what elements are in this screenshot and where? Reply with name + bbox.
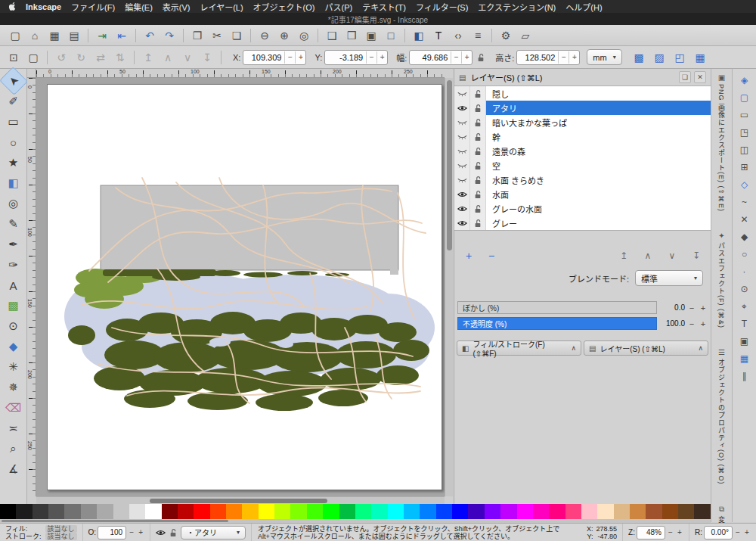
palette-swatch[interactable] xyxy=(630,504,646,519)
duplicate-button[interactable]: ❑ xyxy=(323,27,341,44)
snap-rotation-centers[interactable]: ⌖ xyxy=(736,298,753,314)
copy-button[interactable]: ❐ xyxy=(188,27,206,44)
rotation-decrement[interactable]: − xyxy=(734,528,742,536)
flip-vertical-button[interactable]: ⇅ xyxy=(111,49,129,66)
vertical-ruler[interactable]: 050100150200250 xyxy=(27,78,36,496)
x-input[interactable]: 109.309 − + xyxy=(243,50,306,65)
fill-stroke-dialog-button[interactable]: ◧ xyxy=(410,27,428,44)
xml-editor-button[interactable]: ‹› xyxy=(449,27,467,44)
dropper-tool[interactable]: ⊙ xyxy=(3,316,24,336)
blur-slider[interactable]: ぼかし (%) xyxy=(457,301,657,314)
lower-layer-button[interactable]: ∨ xyxy=(665,250,679,261)
x-decrement-button[interactable]: − xyxy=(284,51,295,64)
opacity-decrement-button[interactable]: − xyxy=(687,319,696,328)
opacity-increment-button[interactable]: + xyxy=(699,319,708,328)
palette-swatch[interactable] xyxy=(0,504,16,519)
palette-swatch[interactable] xyxy=(694,504,710,519)
palette-swatch[interactable] xyxy=(323,504,339,519)
palette-swatch[interactable] xyxy=(226,504,242,519)
docked-dialog-tab[interactable]: ▣PNG 画像にエクスポート(E) (⇧⌘E) xyxy=(717,73,727,212)
layer-lock-icon[interactable] xyxy=(470,115,486,129)
palette-swatch[interactable] xyxy=(178,504,194,519)
transform-stroke-toggle[interactable]: ◰ xyxy=(671,49,689,66)
menubar-item[interactable]: オブジェクト(O) xyxy=(253,1,315,13)
dock-float-button[interactable]: ❏ xyxy=(679,71,691,83)
snap-object-centers[interactable]: ⊙ xyxy=(736,281,753,297)
palette-swatch[interactable] xyxy=(581,504,597,519)
box3d-tool[interactable]: ◧ xyxy=(3,173,24,193)
fill-stroke-indicator[interactable]: フィル: 該当なし ストローク: 該当なし xyxy=(0,524,83,541)
palette-swatch[interactable] xyxy=(33,504,48,519)
open-document-button[interactable]: ⌂ xyxy=(26,27,44,44)
width-value[interactable]: 49.686 xyxy=(410,53,451,62)
palette-swatch[interactable] xyxy=(129,504,145,519)
layer-row[interactable]: 隠し xyxy=(454,86,711,101)
fill-value[interactable]: 該当なし xyxy=(45,525,77,533)
opacity-slider[interactable]: 不透明度 (%) xyxy=(457,317,657,330)
gradient-tool[interactable]: ▩ xyxy=(3,296,24,316)
height-value[interactable]: 128.502 xyxy=(517,53,558,62)
layer-lock-icon[interactable] xyxy=(470,101,486,115)
layer-hidden-eye-icon[interactable] xyxy=(454,115,470,129)
layer-visible-eye-icon[interactable] xyxy=(454,101,470,115)
zoom-decrement[interactable]: − xyxy=(667,528,674,536)
tweak-tool[interactable]: ✳ xyxy=(3,357,24,377)
width-decrement-button[interactable]: − xyxy=(451,51,461,64)
horizontal-scrollbar[interactable] xyxy=(36,496,445,504)
document-properties-button[interactable]: ▱ xyxy=(516,27,534,44)
palette-swatch[interactable] xyxy=(614,504,630,519)
lock-width-height-ratio-icon[interactable] xyxy=(475,53,487,62)
palette-swatch[interactable] xyxy=(662,504,678,519)
layer-lock-icon[interactable] xyxy=(470,201,486,216)
layer-row[interactable]: 幹 xyxy=(454,129,711,144)
stroke-value[interactable]: 該当なし xyxy=(45,533,77,540)
zoom-page-button[interactable]: ◎ xyxy=(295,27,313,44)
rectangle-tool[interactable]: ▭ xyxy=(3,112,24,132)
blend-mode-dropdown[interactable]: 標準 ▾ xyxy=(635,270,703,286)
object-opacity-increment[interactable]: + xyxy=(137,528,144,536)
layer-hidden-eye-icon[interactable] xyxy=(454,158,470,173)
palette-swatch[interactable] xyxy=(388,504,404,519)
select-touch-button[interactable]: ▢ xyxy=(24,49,42,66)
menubar-item[interactable]: 編集(E) xyxy=(125,1,153,13)
layer-row[interactable]: 暗い大まかな葉っぱ xyxy=(454,115,711,129)
object-opacity-decrement[interactable]: − xyxy=(128,528,135,536)
snap-text-baseline[interactable]: T xyxy=(736,316,753,331)
dock-close-button[interactable]: ✕ xyxy=(694,71,706,83)
palette-swatch[interactable] xyxy=(371,504,387,519)
docked-dialog-tab[interactable]: ☰オブジェクトのプロパティ(O) (⌘O) xyxy=(717,348,727,485)
raise-layer-button[interactable]: ∧ xyxy=(641,250,655,261)
menubar-item[interactable]: フィルター(S) xyxy=(416,1,468,13)
layer-row[interactable]: アタリ xyxy=(454,101,711,115)
preferences-button[interactable]: ⚙ xyxy=(497,27,515,44)
layer-lock-icon[interactable] xyxy=(470,86,486,101)
text-dialog-button[interactable]: T xyxy=(429,27,448,44)
layer-row[interactable]: 水面 きらめき xyxy=(454,173,711,187)
menubar-item[interactable]: レイヤー(L) xyxy=(200,1,243,13)
palette-swatch[interactable] xyxy=(64,504,80,519)
snap-cusp-nodes[interactable]: ◆ xyxy=(736,229,753,244)
ellipse-tool[interactable]: ○ xyxy=(3,132,24,152)
rotation-increment[interactable]: + xyxy=(743,528,751,536)
palette-swatch[interactable] xyxy=(145,504,161,519)
ungroup-button[interactable]: □ xyxy=(382,27,400,44)
palette-swatch[interactable] xyxy=(290,504,306,519)
layer-visibility-eye-icon[interactable] xyxy=(156,529,166,536)
snap-nodes[interactable]: ◇ xyxy=(736,176,753,192)
spray-tool[interactable]: ✵ xyxy=(3,378,24,397)
layer-hidden-eye-icon[interactable] xyxy=(454,129,470,144)
palette-swatch[interactable] xyxy=(452,504,468,519)
new-document-button[interactable]: ▢ xyxy=(6,27,24,44)
connector-tool[interactable]: ≍ xyxy=(3,418,24,438)
menubar-item[interactable]: ファイル(F) xyxy=(71,1,115,13)
eraser-tool[interactable]: ⌫ xyxy=(3,398,24,418)
menubar-item[interactable]: テキスト(T) xyxy=(362,1,406,13)
palette-swatch[interactable] xyxy=(81,504,97,519)
layer-row[interactable]: グレー xyxy=(454,216,711,230)
palette-swatch[interactable] xyxy=(48,504,64,519)
blur-value[interactable]: 0.0 xyxy=(659,303,685,312)
palette-swatch[interactable] xyxy=(97,504,113,519)
palette-swatch[interactable] xyxy=(274,504,290,519)
pencil-tool[interactable]: ✎ xyxy=(3,214,24,234)
unit-dropdown[interactable]: mm ▾ xyxy=(587,49,621,65)
